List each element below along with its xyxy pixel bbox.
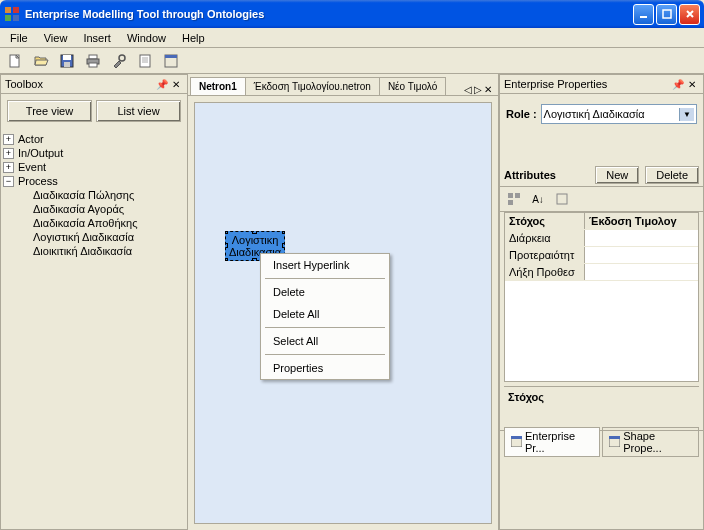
property-description-title: Στόχος bbox=[504, 386, 699, 426]
toolbox-panel: Toolbox 📌 ✕ Tree view List view +Actor +… bbox=[0, 74, 187, 530]
menu-separator bbox=[265, 278, 385, 279]
role-select[interactable]: Λογιστική Διαδικασία bbox=[541, 104, 697, 124]
window-title: Enterprise Modelling Tool through Ontolo… bbox=[25, 8, 633, 20]
tab-icon bbox=[609, 436, 620, 447]
prop-name[interactable]: Λήξη Προθεσ bbox=[505, 264, 585, 280]
minimize-button[interactable] bbox=[633, 4, 654, 25]
resize-handle[interactable] bbox=[225, 243, 228, 248]
context-menu: Insert Hyperlink Delete Delete All Selec… bbox=[260, 253, 390, 380]
svg-rect-1 bbox=[13, 7, 19, 13]
categorized-icon[interactable] bbox=[504, 190, 524, 208]
attributes-label: Attributes bbox=[504, 169, 589, 181]
menu-window[interactable]: Window bbox=[119, 30, 174, 46]
svg-rect-14 bbox=[140, 55, 150, 67]
menu-insert[interactable]: Insert bbox=[75, 30, 119, 46]
svg-rect-21 bbox=[515, 193, 520, 198]
grid-header-right: Έκδοση Τιμολογ bbox=[585, 213, 698, 229]
grid-blank bbox=[505, 281, 698, 381]
menu-file[interactable]: File bbox=[2, 30, 36, 46]
resize-handle[interactable] bbox=[252, 231, 257, 234]
new-file-icon[interactable] bbox=[4, 50, 26, 72]
resize-handle[interactable] bbox=[252, 258, 257, 261]
prop-value[interactable] bbox=[585, 264, 698, 280]
ctx-properties[interactable]: Properties bbox=[261, 357, 389, 379]
open-file-icon[interactable] bbox=[30, 50, 52, 72]
svg-rect-5 bbox=[663, 10, 671, 18]
expander-icon[interactable]: + bbox=[3, 148, 14, 159]
form-icon[interactable] bbox=[160, 50, 182, 72]
properties-panel: Enterprise Properties 📌 ✕ Role : Λογιστι… bbox=[499, 74, 704, 530]
svg-rect-23 bbox=[557, 194, 567, 204]
tab-netron1[interactable]: Netron1 bbox=[190, 77, 246, 95]
pin-icon[interactable]: 📌 bbox=[671, 77, 685, 91]
tree-child[interactable]: Διοικιτική Διαδικασία bbox=[21, 244, 185, 258]
tab-invoice[interactable]: Έκδοση Τιμολογίου.netron bbox=[245, 77, 380, 95]
titlebar: Enterprise Modelling Tool through Ontolo… bbox=[0, 0, 704, 28]
tree-node-event[interactable]: +Event bbox=[3, 160, 185, 174]
prop-value[interactable] bbox=[585, 230, 698, 246]
tab-prev-icon[interactable]: ◁ bbox=[464, 84, 472, 95]
resize-handle[interactable] bbox=[282, 243, 285, 248]
tree-node-inoutput[interactable]: +In/Output bbox=[3, 146, 185, 160]
resize-handle[interactable] bbox=[225, 258, 228, 261]
menu-view[interactable]: View bbox=[36, 30, 76, 46]
tab-icon bbox=[511, 436, 522, 447]
tree-child[interactable]: Λογιστική Διαδικασία bbox=[21, 230, 185, 244]
expander-icon[interactable]: + bbox=[3, 162, 14, 173]
pin-icon[interactable]: 📌 bbox=[155, 77, 169, 91]
tree-view-button[interactable]: Tree view bbox=[7, 100, 92, 122]
menu-help[interactable]: Help bbox=[174, 30, 213, 46]
svg-rect-8 bbox=[63, 55, 71, 60]
prop-name[interactable]: Προτεραιότητ bbox=[505, 247, 585, 263]
properties-icon[interactable] bbox=[552, 190, 572, 208]
close-panel-icon[interactable]: ✕ bbox=[685, 77, 699, 91]
ctx-select-all[interactable]: Select All bbox=[261, 330, 389, 352]
svg-rect-12 bbox=[89, 63, 97, 67]
role-label: Role : bbox=[506, 108, 537, 120]
expander-icon[interactable]: − bbox=[3, 176, 14, 187]
expander-icon[interactable]: + bbox=[3, 134, 14, 145]
list-view-button[interactable]: List view bbox=[96, 100, 181, 122]
tree-node-process[interactable]: −Process bbox=[3, 174, 185, 188]
tab-next-icon[interactable]: ▷ bbox=[474, 84, 482, 95]
svg-rect-0 bbox=[5, 7, 11, 13]
tree-child[interactable]: Διαδικασία Αποθήκης bbox=[21, 216, 185, 230]
property-grid[interactable]: Στόχος Έκδοση Τιμολογ Διάρκεια Προτεραιό… bbox=[504, 212, 699, 382]
tools-icon[interactable] bbox=[108, 50, 130, 72]
close-button[interactable] bbox=[679, 4, 700, 25]
tree-node-actor[interactable]: +Actor bbox=[3, 132, 185, 146]
alphabetical-icon[interactable]: A↓ bbox=[528, 190, 548, 208]
app-icon bbox=[4, 6, 20, 22]
tab-shape-properties[interactable]: Shape Prope... bbox=[602, 427, 699, 457]
menu-separator bbox=[265, 327, 385, 328]
canvas-area: Netron1 Έκδοση Τιμολογίου.netron Νέο Τιμ… bbox=[187, 74, 499, 530]
tab-close-icon[interactable]: ✕ bbox=[484, 84, 492, 95]
maximize-button[interactable] bbox=[656, 4, 677, 25]
toolbar bbox=[0, 48, 704, 74]
document-tabs: Netron1 Έκδοση Τιμολογίου.netron Νέο Τιμ… bbox=[188, 74, 498, 96]
resize-handle[interactable] bbox=[282, 231, 285, 234]
ctx-delete-all[interactable]: Delete All bbox=[261, 303, 389, 325]
save-icon[interactable] bbox=[56, 50, 78, 72]
ctx-insert-hyperlink[interactable]: Insert Hyperlink bbox=[261, 254, 389, 276]
tree-child[interactable]: Διαδικασία Αγοράς bbox=[21, 202, 185, 216]
menu-separator bbox=[265, 354, 385, 355]
tree-child[interactable]: Διαδικασία Πώλησης bbox=[21, 188, 185, 202]
tab-new[interactable]: Νέο Τιμολό bbox=[379, 77, 446, 95]
ctx-delete[interactable]: Delete bbox=[261, 281, 389, 303]
new-button[interactable]: New bbox=[595, 166, 639, 184]
svg-rect-19 bbox=[165, 55, 177, 58]
svg-rect-27 bbox=[609, 436, 620, 439]
delete-button[interactable]: Delete bbox=[645, 166, 699, 184]
toolbox-tree: +Actor +In/Output +Event −Process Διαδικ… bbox=[1, 128, 187, 529]
resize-handle[interactable] bbox=[225, 231, 228, 234]
tab-enterprise-properties[interactable]: Enterprise Pr... bbox=[504, 427, 600, 457]
svg-rect-25 bbox=[511, 436, 522, 439]
print-icon[interactable] bbox=[82, 50, 104, 72]
close-panel-icon[interactable]: ✕ bbox=[169, 77, 183, 91]
prop-value[interactable] bbox=[585, 247, 698, 263]
design-canvas[interactable]: Λογιστικη Διαδικασια Insert Hyperlink De… bbox=[194, 102, 492, 524]
page-icon[interactable] bbox=[134, 50, 156, 72]
toolbox-header: Toolbox 📌 ✕ bbox=[1, 75, 187, 94]
prop-name[interactable]: Διάρκεια bbox=[505, 230, 585, 246]
